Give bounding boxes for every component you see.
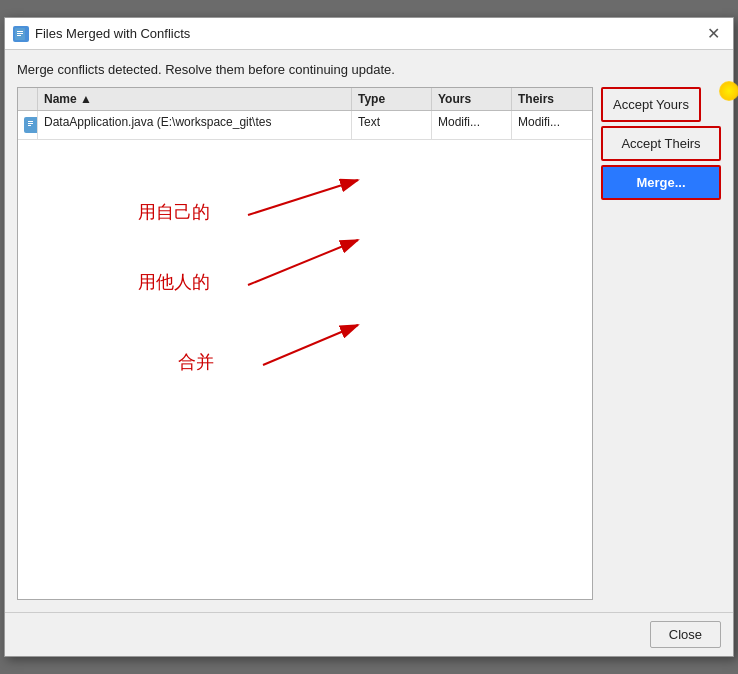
message-text: Merge conflicts detected. Resolve them b… <box>17 62 721 77</box>
row-yours-cell: Modifi... <box>432 111 512 139</box>
svg-line-9 <box>248 180 358 215</box>
svg-rect-7 <box>28 125 31 126</box>
col-header-type: Type <box>352 88 432 110</box>
cursor-indicator <box>719 81 738 101</box>
close-button[interactable]: Close <box>650 621 721 648</box>
table-header: Name ▲ Type Yours Theirs <box>18 88 592 111</box>
dialog-icon <box>13 26 29 42</box>
merge-button[interactable]: Merge... <box>601 165 721 200</box>
annotation-yours: 用自己的 <box>138 200 210 224</box>
files-table: Name ▲ Type Yours Theirs <box>17 87 593 600</box>
svg-line-10 <box>248 240 358 285</box>
annotation-theirs: 用他人的 <box>138 270 210 294</box>
window-close-button[interactable]: ✕ <box>701 22 725 46</box>
accept-yours-wrapper: Accept Yours <box>601 87 721 122</box>
dialog-footer: Close <box>5 612 733 656</box>
row-name-cell: DataApplication.java (E:\workspace_git\t… <box>38 111 352 139</box>
arrows-overlay <box>18 140 592 599</box>
title-bar-left: Files Merged with Conflicts <box>13 26 190 42</box>
file-icon <box>24 117 38 133</box>
buttons-section: Accept Yours Accept Theirs Merge... <box>601 87 721 600</box>
col-header-name: Name ▲ <box>38 88 352 110</box>
svg-line-11 <box>263 325 358 365</box>
col-header-yours: Yours <box>432 88 512 110</box>
svg-rect-6 <box>28 123 33 124</box>
svg-rect-5 <box>28 121 33 122</box>
svg-rect-3 <box>17 35 21 36</box>
row-icon-cell <box>18 111 38 139</box>
svg-rect-4 <box>27 119 35 130</box>
svg-rect-1 <box>17 31 23 32</box>
svg-rect-2 <box>17 33 23 34</box>
accept-theirs-button[interactable]: Accept Theirs <box>601 126 721 161</box>
col-header-theirs: Theirs <box>512 88 592 110</box>
title-bar: Files Merged with Conflicts ✕ <box>5 18 733 50</box>
table-row[interactable]: DataApplication.java (E:\workspace_git\t… <box>18 111 592 140</box>
table-content-area: 用自己的 用他人的 合并 <box>18 140 592 599</box>
dialog-body: Merge conflicts detected. Resolve them b… <box>5 50 733 612</box>
col-header-icon <box>18 88 38 110</box>
row-theirs-cell: Modifi... <box>512 111 592 139</box>
accept-yours-button[interactable]: Accept Yours <box>601 87 701 122</box>
annotation-merge: 合并 <box>178 350 214 374</box>
dialog-title: Files Merged with Conflicts <box>35 26 190 41</box>
row-type-cell: Text <box>352 111 432 139</box>
dialog-window: Files Merged with Conflicts ✕ Merge conf… <box>4 17 734 657</box>
content-area: Name ▲ Type Yours Theirs <box>17 87 721 600</box>
